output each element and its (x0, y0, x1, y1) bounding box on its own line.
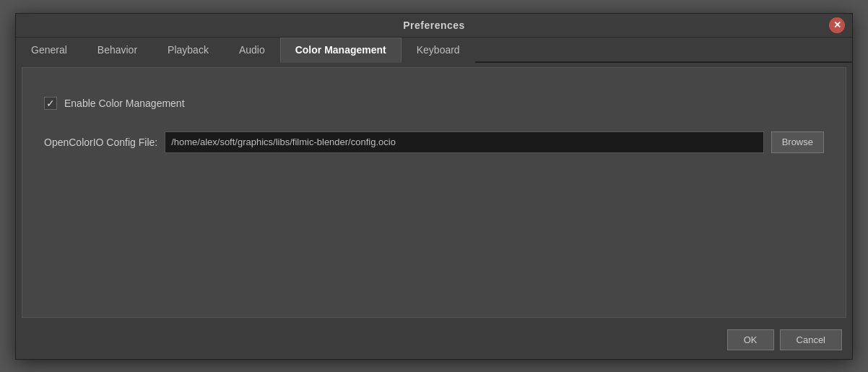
config-file-input[interactable] (165, 131, 763, 153)
dialog-titlebar: Preferences ✕ (16, 14, 852, 38)
close-button[interactable]: ✕ (829, 17, 845, 33)
enable-color-management-label: Enable Color Management (64, 98, 185, 109)
tab-general[interactable]: General (16, 38, 82, 63)
tab-keyboard[interactable]: Keyboard (402, 38, 475, 63)
cancel-button[interactable]: Cancel (780, 329, 842, 350)
tab-bar: General Behavior Playback Audio Color Ma… (16, 38, 852, 63)
tab-playback[interactable]: Playback (152, 38, 224, 63)
ok-button[interactable]: OK (727, 329, 774, 350)
tab-content-color-management: ✓ Enable Color Management OpenColorIO Co… (22, 67, 846, 318)
preferences-dialog: Preferences ✕ General Behavior Playback … (15, 13, 853, 360)
tab-behavior[interactable]: Behavior (82, 38, 152, 63)
dialog-footer: OK Cancel (16, 324, 852, 359)
enable-color-management-row: ✓ Enable Color Management (44, 97, 824, 110)
dialog-title: Preferences (403, 20, 465, 31)
config-file-label: OpenColorIO Config File: (44, 137, 157, 148)
enable-color-management-checkbox[interactable]: ✓ (44, 97, 57, 110)
tab-audio[interactable]: Audio (224, 38, 280, 63)
tab-color-management[interactable]: Color Management (280, 38, 402, 63)
config-file-row: OpenColorIO Config File: Browse (44, 131, 824, 153)
browse-button[interactable]: Browse (771, 131, 824, 153)
